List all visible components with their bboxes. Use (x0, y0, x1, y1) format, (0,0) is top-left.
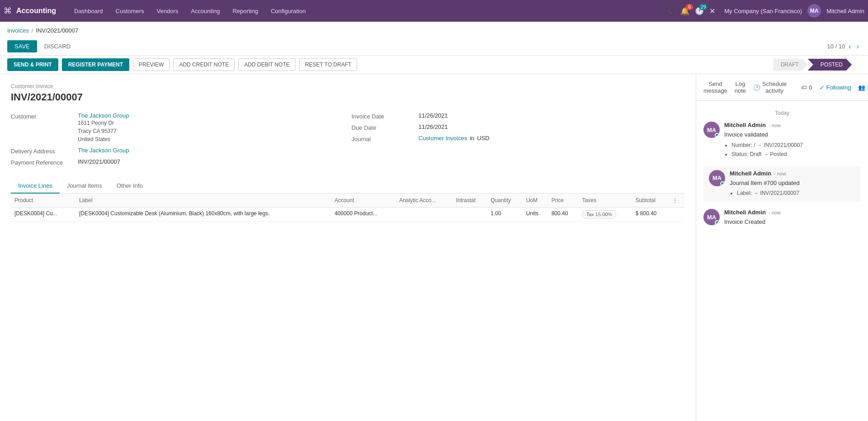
customer-name-link[interactable]: The Jackson Group (78, 112, 129, 119)
message-1-header: Mitchell Admin - now (724, 122, 861, 128)
notifications-icon[interactable]: 🔔 6 (680, 7, 689, 15)
cell-analytic (396, 208, 453, 222)
nav-vendors[interactable]: Vendors (151, 5, 184, 17)
schedule-activity-button[interactable]: 🕐 Schedule activity (753, 79, 787, 96)
invoice-type-label: Customer Invoice (11, 83, 685, 90)
message-1-detail-1: Number: / → INV/2021/00007 (731, 141, 861, 149)
message-1: MA Mitchell Admin - now Invoice validate… (703, 122, 861, 159)
tag-icon: 🏷 (801, 84, 807, 91)
top-navigation: ⌘ Accounting Dashboard Customers Vendors… (0, 0, 868, 22)
tags-button[interactable]: 🏷 0 (801, 84, 812, 91)
customer-address: 1611 Peony DrTracy CA 95377United States (78, 119, 129, 143)
message-3-body: Invoice Created (724, 218, 861, 227)
status-pipeline: DRAFT POSTED (774, 59, 852, 71)
chatter-messages: Today MA Mitchell Admin - now Invoice va… (696, 101, 868, 421)
following-button[interactable]: ✓ Following (820, 84, 851, 91)
preview-button[interactable]: PREVIEW (133, 58, 170, 71)
message-2-time: - now (774, 171, 786, 176)
delivery-address-link[interactable]: The Jackson Group (78, 147, 129, 154)
journal-name-link[interactable]: Customer Invoices (419, 135, 467, 142)
online-indicator-3 (715, 220, 719, 225)
nav-dashboard[interactable]: Dashboard (69, 5, 108, 17)
message-2-author: Mitchell Admin (730, 170, 771, 177)
save-button[interactable]: SAVE (7, 40, 37, 52)
col-quantity: Quantity (487, 194, 522, 208)
cell-product: [DESK0004] Cu... (11, 208, 75, 222)
notification-badge: 6 (686, 4, 693, 10)
delivery-address-field: Delivery Address The Jackson Group (11, 147, 344, 155)
message-3-time: - now (769, 210, 781, 215)
message-3-content: Mitchell Admin - now Invoice Created (724, 209, 861, 227)
invoice-tabs: Invoice Lines Journal Items Other Info (11, 179, 685, 194)
tab-invoice-lines[interactable]: Invoice Lines (11, 179, 60, 194)
breadcrumb-parent[interactable]: Invoices (7, 27, 29, 34)
followers-count[interactable]: 👥 2 (858, 84, 868, 91)
reset-to-draft-button[interactable]: RESET TO DRAFT (299, 58, 358, 71)
nav-customers[interactable]: Customers (110, 5, 150, 17)
breadcrumb-separator: / (32, 27, 33, 34)
cell-intrastat (453, 208, 487, 222)
check-icon: ✓ (820, 84, 825, 91)
log-note-button[interactable]: Log note (735, 79, 746, 96)
tax-badge: Tax 15.00% (582, 210, 616, 218)
clock-icon: 🕐 (753, 84, 760, 91)
tab-journal-items[interactable]: Journal Items (60, 179, 109, 194)
tab-other-info[interactable]: Other Info (109, 179, 150, 194)
message-1-body: Invoice validated Number: / → INV/2021/0… (724, 130, 861, 158)
activity-icon[interactable]: 🕐 29 (695, 7, 704, 15)
nav-icons: 📞 🔔 6 🕐 29 ✕ My Company (San Francisco) … (666, 4, 864, 18)
journal-currency-prefix: in (470, 135, 474, 142)
app-name: Accounting (16, 7, 56, 15)
breadcrumb: Invoices / INV/2021/00007 (7, 25, 861, 38)
invoice-date-field: Invoice Date 11/26/2021 (352, 112, 685, 120)
col-analytic: Analytic Acco... (396, 194, 453, 208)
discard-button[interactable]: DISCARD (41, 40, 75, 52)
send-message-button[interactable]: Send message (703, 79, 727, 96)
left-fields: Customer The Jackson Group 1611 Peony Dr… (11, 112, 344, 170)
prev-arrow[interactable]: ‹ (847, 42, 853, 52)
message-1-content: Mitchell Admin - now Invoice validated N… (724, 122, 861, 159)
due-date-label: Due Date (352, 123, 415, 131)
invoice-number: INV/2021/00007 (11, 91, 685, 103)
invoice-fields: Customer The Jackson Group 1611 Peony Dr… (11, 112, 685, 170)
message-1-detail-2: Status: Draft → Posted (731, 150, 861, 158)
col-uom: UoM (523, 194, 548, 208)
send-print-button[interactable]: SEND & PRINT (7, 58, 58, 71)
col-taxes: Taxes (579, 194, 632, 208)
nav-configuration[interactable]: Configuration (265, 5, 311, 17)
status-draft[interactable]: DRAFT (774, 59, 808, 71)
message-1-author: Mitchell Admin (724, 122, 766, 128)
table-row[interactable]: [DESK0004] Cu... [DESK0004] Customizable… (11, 208, 685, 222)
invoice-date-label: Invoice Date (352, 112, 415, 120)
journal-label: Journal (352, 135, 415, 142)
due-date-value: 11/26/2021 (419, 123, 448, 130)
form-actions-bar: SAVE DISCARD 10 / 10 ‹ › (7, 38, 861, 55)
delivery-address-value: The Jackson Group (78, 147, 129, 154)
message-3-header: Mitchell Admin - now (724, 209, 861, 216)
nav-accounting[interactable]: Accounting (185, 5, 225, 17)
message-3: MA Mitchell Admin - now Invoice Created (703, 209, 861, 227)
next-arrow[interactable]: › (855, 42, 861, 52)
cell-quantity: 1.00 (487, 208, 522, 222)
journal-currency: USD (477, 135, 489, 142)
add-debit-note-button[interactable]: ADD DEBIT NOTE (238, 58, 295, 71)
right-fields: Invoice Date 11/26/2021 Due Date 11/26/2… (352, 112, 685, 170)
message-3-author: Mitchell Admin (724, 209, 766, 216)
user-avatar[interactable]: MA (807, 4, 821, 18)
action-toolbar: SEND & PRINT REGISTER PAYMENT PREVIEW AD… (0, 56, 868, 74)
col-subtotal: Subtotal (632, 194, 669, 208)
app-grid-icon[interactable]: ⌘ (4, 6, 12, 16)
status-posted[interactable]: POSTED (808, 59, 852, 71)
message-1-time: - now (769, 123, 781, 128)
col-label: Label (75, 194, 331, 208)
col-price: Price (548, 194, 579, 208)
message-1-avatar: MA (703, 122, 720, 138)
add-credit-note-button[interactable]: ADD CREDIT NOTE (173, 58, 235, 71)
phone-icon[interactable]: 📞 (666, 7, 675, 15)
following-label: Following (826, 84, 851, 91)
journal-field: Journal Customer Invoices in USD (352, 135, 685, 142)
online-indicator (715, 133, 719, 137)
nav-reporting[interactable]: Reporting (227, 5, 264, 17)
close-icon[interactable]: ✕ (709, 7, 715, 15)
register-payment-button[interactable]: REGISTER PAYMENT (62, 58, 129, 71)
